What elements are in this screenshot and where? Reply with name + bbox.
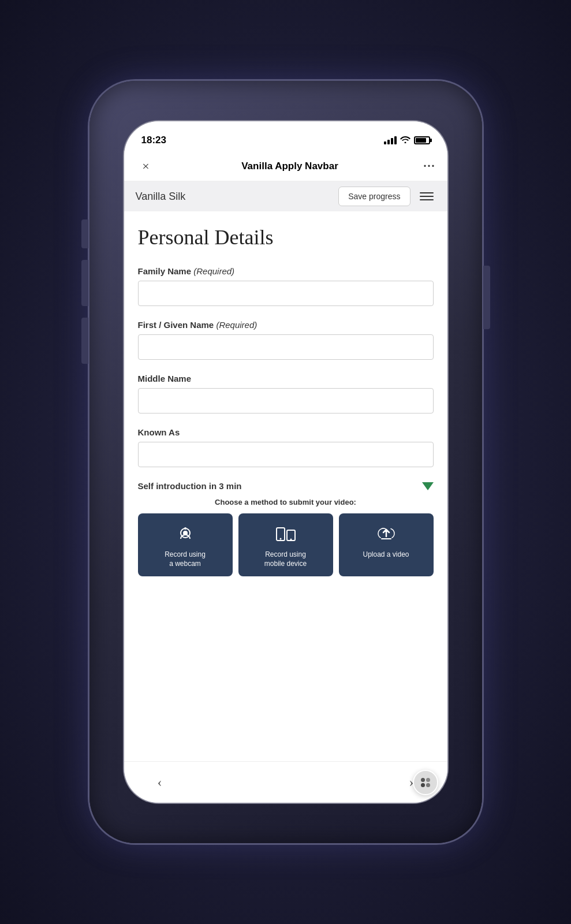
video-arrow-icon [422,482,434,490]
device-frame: 18:23 × Vanill [89,81,482,843]
top-navbar: × Vanilla Apply Navbar ··· [124,151,447,181]
hamburger-line-3 [420,199,434,200]
mobile-option-button[interactable]: Record usingmobile device [238,513,333,576]
more-options-button[interactable]: ··· [423,159,435,173]
signal-icon [384,136,397,144]
power-button[interactable] [483,266,490,329]
middle-name-input[interactable] [138,388,434,413]
video-section-header: Self introduction in 3 min [138,481,434,491]
svg-point-7 [290,539,292,541]
sub-header-right: Save progress [338,187,435,206]
mobile-option-label: Record usingmobile device [264,550,307,568]
given-name-label: First / Given Name (Required) [138,320,434,330]
video-method-prompt: Choose a method to submit your video: [138,498,434,506]
given-name-input[interactable] [138,334,434,360]
svg-point-2 [184,527,186,530]
signal-bar-3 [391,138,393,144]
avatar-image [419,778,432,787]
back-button[interactable]: ‹ [147,770,173,795]
hamburger-line-2 [420,196,434,197]
svg-point-6 [279,538,281,540]
form-content: Personal Details Family Name (Required) … [124,211,447,613]
page-title: Personal Details [138,225,434,250]
upload-option-button[interactable]: Upload a video [339,513,434,576]
webcam-option-button[interactable]: Record usinga webcam [138,513,233,576]
status-bar: 18:23 [124,121,447,151]
webcam-icon [175,524,196,545]
signal-bar-4 [394,136,397,144]
avatar[interactable] [413,770,438,795]
mobile-icon [275,524,296,545]
upload-option-label: Upload a video [363,550,409,560]
volume-up-button[interactable] [81,219,88,248]
content-area[interactable]: Personal Details Family Name (Required) … [124,211,447,761]
status-icons [384,135,430,146]
navbar-title: Vanilla Apply Navbar [241,161,338,172]
signal-bar-1 [384,141,386,144]
save-progress-button[interactable]: Save progress [338,187,410,206]
known-as-input[interactable] [138,442,434,467]
known-as-label: Known As [138,427,434,437]
bottom-nav: ‹ › [124,761,447,803]
silent-button[interactable] [81,318,88,364]
family-name-label: Family Name (Required) [138,266,434,276]
close-button[interactable]: × [136,156,156,177]
wifi-icon [400,135,410,146]
family-name-input[interactable] [138,281,434,306]
volume-down-button[interactable] [81,260,88,306]
middle-name-label: Middle Name [138,374,434,383]
given-name-group: First / Given Name (Required) [138,320,434,360]
video-section-title: Self introduction in 3 min [138,481,242,491]
known-as-group: Known As [138,427,434,467]
video-section: Self introduction in 3 min Choose a meth… [138,481,434,576]
upload-icon [376,524,397,545]
middle-name-group: Middle Name [138,374,434,413]
phone-screen: 18:23 × Vanill [124,121,447,803]
hamburger-line-1 [420,192,434,193]
video-options: Record usinga webcam [138,513,434,576]
signal-bar-2 [387,140,390,144]
hamburger-menu-button[interactable] [417,190,436,203]
family-name-group: Family Name (Required) [138,266,434,306]
brand-name: Vanilla Silk [136,191,186,203]
battery-icon [414,136,430,144]
battery-fill [416,138,427,143]
sub-header: Vanilla Silk Save progress [124,181,447,211]
webcam-option-label: Record usinga webcam [165,550,206,568]
status-time: 18:23 [141,135,166,146]
